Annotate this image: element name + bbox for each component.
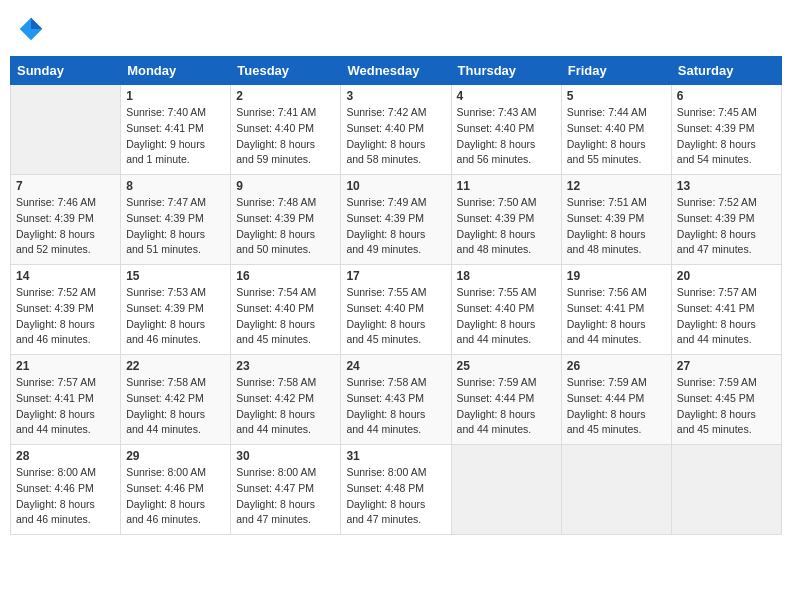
- day-info: Sunrise: 7:50 AMSunset: 4:39 PMDaylight:…: [457, 195, 556, 258]
- day-info: Sunrise: 7:58 AMSunset: 4:42 PMDaylight:…: [126, 375, 225, 438]
- day-number: 3: [346, 89, 445, 103]
- day-number: 8: [126, 179, 225, 193]
- day-info: Sunrise: 7:44 AMSunset: 4:40 PMDaylight:…: [567, 105, 666, 168]
- calendar-cell: 9Sunrise: 7:48 AMSunset: 4:39 PMDaylight…: [231, 175, 341, 265]
- day-info: Sunrise: 7:49 AMSunset: 4:39 PMDaylight:…: [346, 195, 445, 258]
- calendar-cell: 25Sunrise: 7:59 AMSunset: 4:44 PMDayligh…: [451, 355, 561, 445]
- calendar-cell: 3Sunrise: 7:42 AMSunset: 4:40 PMDaylight…: [341, 85, 451, 175]
- day-info: Sunrise: 7:58 AMSunset: 4:42 PMDaylight:…: [236, 375, 335, 438]
- day-info: Sunrise: 7:51 AMSunset: 4:39 PMDaylight:…: [567, 195, 666, 258]
- day-number: 31: [346, 449, 445, 463]
- calendar-cell: 22Sunrise: 7:58 AMSunset: 4:42 PMDayligh…: [121, 355, 231, 445]
- page-header: [10, 10, 782, 48]
- calendar-cell: 28Sunrise: 8:00 AMSunset: 4:46 PMDayligh…: [11, 445, 121, 535]
- calendar-cell: 6Sunrise: 7:45 AMSunset: 4:39 PMDaylight…: [671, 85, 781, 175]
- calendar-cell: 31Sunrise: 8:00 AMSunset: 4:48 PMDayligh…: [341, 445, 451, 535]
- day-info: Sunrise: 7:59 AMSunset: 4:45 PMDaylight:…: [677, 375, 776, 438]
- calendar-cell: 2Sunrise: 7:41 AMSunset: 4:40 PMDaylight…: [231, 85, 341, 175]
- day-info: Sunrise: 7:55 AMSunset: 4:40 PMDaylight:…: [346, 285, 445, 348]
- day-number: 7: [16, 179, 115, 193]
- day-number: 19: [567, 269, 666, 283]
- column-header-wednesday: Wednesday: [341, 57, 451, 85]
- day-info: Sunrise: 7:53 AMSunset: 4:39 PMDaylight:…: [126, 285, 225, 348]
- calendar-cell: 4Sunrise: 7:43 AMSunset: 4:40 PMDaylight…: [451, 85, 561, 175]
- day-info: Sunrise: 8:00 AMSunset: 4:48 PMDaylight:…: [346, 465, 445, 528]
- calendar-cell: 29Sunrise: 8:00 AMSunset: 4:46 PMDayligh…: [121, 445, 231, 535]
- calendar-cell: 16Sunrise: 7:54 AMSunset: 4:40 PMDayligh…: [231, 265, 341, 355]
- day-number: 5: [567, 89, 666, 103]
- day-info: Sunrise: 7:54 AMSunset: 4:40 PMDaylight:…: [236, 285, 335, 348]
- day-number: 30: [236, 449, 335, 463]
- day-number: 23: [236, 359, 335, 373]
- day-info: Sunrise: 7:52 AMSunset: 4:39 PMDaylight:…: [16, 285, 115, 348]
- calendar-cell: 1Sunrise: 7:40 AMSunset: 4:41 PMDaylight…: [121, 85, 231, 175]
- calendar-cell: 17Sunrise: 7:55 AMSunset: 4:40 PMDayligh…: [341, 265, 451, 355]
- day-number: 13: [677, 179, 776, 193]
- day-info: Sunrise: 7:59 AMSunset: 4:44 PMDaylight:…: [457, 375, 556, 438]
- day-number: 2: [236, 89, 335, 103]
- day-number: 12: [567, 179, 666, 193]
- day-number: 9: [236, 179, 335, 193]
- calendar-cell: [11, 85, 121, 175]
- calendar-cell: 11Sunrise: 7:50 AMSunset: 4:39 PMDayligh…: [451, 175, 561, 265]
- calendar-week-row: 7Sunrise: 7:46 AMSunset: 4:39 PMDaylight…: [11, 175, 782, 265]
- calendar-cell: 23Sunrise: 7:58 AMSunset: 4:42 PMDayligh…: [231, 355, 341, 445]
- column-header-tuesday: Tuesday: [231, 57, 341, 85]
- day-number: 20: [677, 269, 776, 283]
- day-info: Sunrise: 7:59 AMSunset: 4:44 PMDaylight:…: [567, 375, 666, 438]
- day-number: 10: [346, 179, 445, 193]
- calendar-cell: 14Sunrise: 7:52 AMSunset: 4:39 PMDayligh…: [11, 265, 121, 355]
- day-number: 11: [457, 179, 556, 193]
- day-info: Sunrise: 7:58 AMSunset: 4:43 PMDaylight:…: [346, 375, 445, 438]
- day-number: 17: [346, 269, 445, 283]
- day-info: Sunrise: 7:52 AMSunset: 4:39 PMDaylight:…: [677, 195, 776, 258]
- column-header-friday: Friday: [561, 57, 671, 85]
- calendar-cell: 7Sunrise: 7:46 AMSunset: 4:39 PMDaylight…: [11, 175, 121, 265]
- column-header-sunday: Sunday: [11, 57, 121, 85]
- calendar-cell: [671, 445, 781, 535]
- calendar-cell: [561, 445, 671, 535]
- calendar: SundayMondayTuesdayWednesdayThursdayFrid…: [10, 56, 782, 535]
- day-number: 1: [126, 89, 225, 103]
- day-info: Sunrise: 7:40 AMSunset: 4:41 PMDaylight:…: [126, 105, 225, 168]
- calendar-cell: 26Sunrise: 7:59 AMSunset: 4:44 PMDayligh…: [561, 355, 671, 445]
- calendar-cell: 12Sunrise: 7:51 AMSunset: 4:39 PMDayligh…: [561, 175, 671, 265]
- day-number: 29: [126, 449, 225, 463]
- calendar-cell: 20Sunrise: 7:57 AMSunset: 4:41 PMDayligh…: [671, 265, 781, 355]
- day-info: Sunrise: 7:42 AMSunset: 4:40 PMDaylight:…: [346, 105, 445, 168]
- calendar-cell: 5Sunrise: 7:44 AMSunset: 4:40 PMDaylight…: [561, 85, 671, 175]
- calendar-cell: 21Sunrise: 7:57 AMSunset: 4:41 PMDayligh…: [11, 355, 121, 445]
- calendar-header-row: SundayMondayTuesdayWednesdayThursdayFrid…: [11, 57, 782, 85]
- calendar-cell: [451, 445, 561, 535]
- calendar-cell: 27Sunrise: 7:59 AMSunset: 4:45 PMDayligh…: [671, 355, 781, 445]
- calendar-cell: 8Sunrise: 7:47 AMSunset: 4:39 PMDaylight…: [121, 175, 231, 265]
- calendar-week-row: 14Sunrise: 7:52 AMSunset: 4:39 PMDayligh…: [11, 265, 782, 355]
- day-number: 6: [677, 89, 776, 103]
- day-number: 25: [457, 359, 556, 373]
- day-info: Sunrise: 7:55 AMSunset: 4:40 PMDaylight:…: [457, 285, 556, 348]
- day-info: Sunrise: 7:46 AMSunset: 4:39 PMDaylight:…: [16, 195, 115, 258]
- calendar-cell: 18Sunrise: 7:55 AMSunset: 4:40 PMDayligh…: [451, 265, 561, 355]
- day-info: Sunrise: 7:47 AMSunset: 4:39 PMDaylight:…: [126, 195, 225, 258]
- column-header-monday: Monday: [121, 57, 231, 85]
- day-info: Sunrise: 7:57 AMSunset: 4:41 PMDaylight:…: [16, 375, 115, 438]
- logo: [16, 14, 50, 44]
- svg-marker-1: [31, 18, 42, 29]
- day-info: Sunrise: 7:43 AMSunset: 4:40 PMDaylight:…: [457, 105, 556, 168]
- calendar-week-row: 21Sunrise: 7:57 AMSunset: 4:41 PMDayligh…: [11, 355, 782, 445]
- calendar-cell: 10Sunrise: 7:49 AMSunset: 4:39 PMDayligh…: [341, 175, 451, 265]
- logo-icon: [16, 14, 46, 44]
- calendar-week-row: 1Sunrise: 7:40 AMSunset: 4:41 PMDaylight…: [11, 85, 782, 175]
- day-number: 27: [677, 359, 776, 373]
- calendar-cell: 30Sunrise: 8:00 AMSunset: 4:47 PMDayligh…: [231, 445, 341, 535]
- day-number: 26: [567, 359, 666, 373]
- day-number: 21: [16, 359, 115, 373]
- day-number: 22: [126, 359, 225, 373]
- day-info: Sunrise: 7:57 AMSunset: 4:41 PMDaylight:…: [677, 285, 776, 348]
- calendar-week-row: 28Sunrise: 8:00 AMSunset: 4:46 PMDayligh…: [11, 445, 782, 535]
- calendar-cell: 13Sunrise: 7:52 AMSunset: 4:39 PMDayligh…: [671, 175, 781, 265]
- day-number: 4: [457, 89, 556, 103]
- day-number: 16: [236, 269, 335, 283]
- column-header-saturday: Saturday: [671, 57, 781, 85]
- day-info: Sunrise: 8:00 AMSunset: 4:46 PMDaylight:…: [126, 465, 225, 528]
